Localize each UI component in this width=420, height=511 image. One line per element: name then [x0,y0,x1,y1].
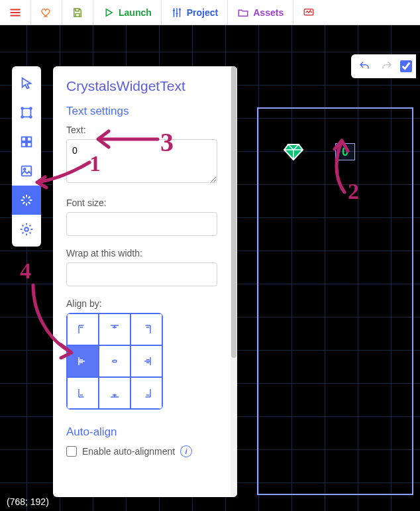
scrollbar-thumb[interactable] [231,66,236,358]
svg-rect-8 [22,142,26,146]
redo-button[interactable] [378,57,396,76]
section-autoalign: Auto-align [66,426,217,439]
menu-button[interactable] [0,0,31,25]
project-button[interactable]: Project [162,0,228,25]
text-input[interactable] [66,139,217,183]
align-grid [66,313,163,410]
align-middle-right[interactable] [131,345,162,377]
align-top-left[interactable] [67,313,99,345]
label-text: Text: [66,125,217,135]
tool-settings[interactable] [12,215,41,244]
align-bottom-left[interactable] [67,377,99,409]
svg-rect-10 [22,166,32,176]
undo-button[interactable] [355,57,374,76]
snap-checkbox[interactable] [400,60,412,72]
favorite-button[interactable] [31,0,62,25]
label-align: Align by: [66,298,217,309]
launch-button[interactable]: Launch [93,0,162,25]
label-wrap: Wrap at this width: [66,248,217,258]
cursor-coords: (768; 192) [7,496,49,507]
cursor-icon [19,76,34,91]
tool-strip [12,66,41,247]
top-toolbar: Launch Project Assets [0,0,420,25]
gem-sprite[interactable] [284,143,303,160]
inspector-scrollbar[interactable] [231,66,237,497]
fontsize-input[interactable] [66,212,217,236]
align-top-right[interactable] [131,313,162,345]
frame-icon [19,105,34,120]
tool-select[interactable] [12,69,41,98]
svg-rect-9 [27,142,31,146]
folder-icon [237,7,249,19]
align-top-center[interactable] [99,313,131,345]
tool-frame[interactable] [12,98,41,127]
save-icon [72,7,83,19]
canvas-floating-controls [351,54,416,78]
svg-rect-7 [27,137,31,141]
sparkle-cursor-icon [19,193,34,207]
tool-grid[interactable] [12,127,41,156]
assets-button[interactable]: Assets [228,0,293,25]
overflow-button[interactable] [293,0,324,25]
text-widget-selected[interactable]: 0 [335,143,355,160]
panel-title: CrystalsWidgetText [66,78,217,94]
svg-point-11 [24,168,26,170]
tool-image[interactable] [12,156,41,186]
align-middle-center[interactable] [99,345,131,377]
sliders-icon [171,7,183,19]
canvas-room-frame[interactable] [257,107,413,495]
heart-icon [40,7,52,19]
autoalign-label: Enable auto-alignment [82,446,175,457]
gear-icon [19,222,34,237]
inspector-panel: CrystalsWidgetText Text settings Text: F… [53,66,237,497]
grid-icon [19,135,34,149]
play-icon [103,7,115,19]
info-icon[interactable]: i [180,445,192,457]
svg-rect-1 [23,109,31,117]
save-button[interactable] [62,0,93,25]
svg-point-12 [25,227,28,231]
align-bottom-right[interactable] [131,377,162,409]
display-icon [303,7,315,19]
canvas-area[interactable]: CrystalsWidgetText Text settings Text: F… [0,25,420,511]
hamburger-icon [9,7,21,19]
redo-icon [381,60,393,72]
align-bottom-center[interactable] [99,377,131,409]
undo-icon [358,60,370,72]
autoalign-checkbox[interactable] [66,446,77,457]
svg-rect-13 [113,361,117,363]
label-fontsize: Font size: [66,198,217,208]
section-text-settings: Text settings [66,105,217,118]
wrap-input[interactable] [66,262,217,286]
assets-label: Assets [253,7,284,18]
image-icon [19,164,34,178]
project-label: Project [187,7,218,18]
svg-rect-6 [22,137,26,141]
align-middle-left[interactable] [67,345,99,377]
tool-effects[interactable] [12,186,41,215]
launch-label: Launch [119,7,152,18]
